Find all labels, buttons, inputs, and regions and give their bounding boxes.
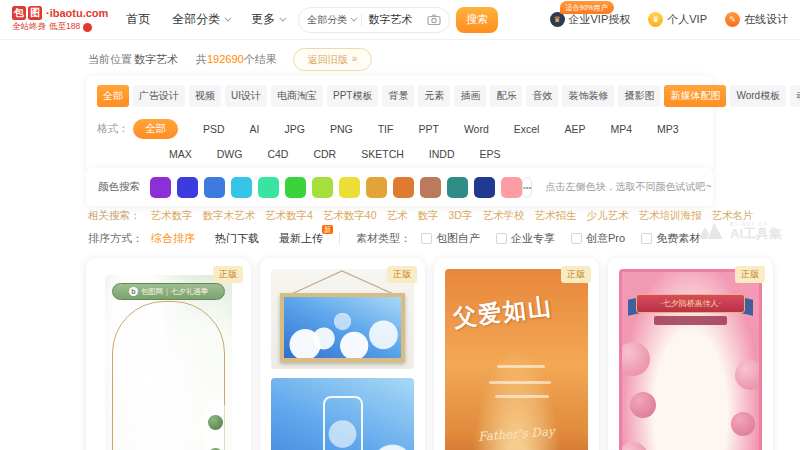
material-type-checkbox[interactable]: 创意Pro	[571, 231, 625, 246]
new-badge: 新	[322, 225, 333, 234]
format-option[interactable]: PNG	[330, 123, 353, 135]
related-search-term[interactable]: 艺术数字	[151, 209, 193, 223]
category-tab[interactable]: 动图GIF	[790, 85, 800, 107]
category-tab[interactable]: UI设计	[225, 85, 267, 107]
color-swatch[interactable]	[204, 177, 225, 198]
watermark-name: AI工具集	[730, 227, 782, 241]
divider	[361, 14, 362, 26]
format-option[interactable]: PSD	[203, 123, 225, 135]
category-tab[interactable]: 插画	[454, 85, 486, 107]
color-swatch[interactable]	[339, 177, 360, 198]
checkbox-icon[interactable]	[421, 233, 432, 244]
more-colors-button[interactable]: •••	[522, 177, 532, 198]
search-input[interactable]	[368, 14, 426, 26]
category-tab[interactable]: PPT模板	[327, 85, 378, 107]
related-search-term[interactable]: 艺术数字4	[265, 209, 313, 223]
format-option[interactable]: Excel	[514, 123, 540, 135]
color-swatch[interactable]	[447, 177, 468, 198]
personal-vip-link[interactable]: ♛ 个人VIP	[648, 12, 707, 27]
related-search-term[interactable]: 艺术数字40	[323, 209, 377, 223]
format-option[interactable]: TIF	[378, 123, 394, 135]
color-swatch[interactable]	[177, 177, 198, 198]
sort-option[interactable]: 综合排序	[151, 231, 195, 246]
color-swatch[interactable]	[393, 177, 414, 198]
checkbox-icon[interactable]	[641, 233, 652, 244]
nav-all-categories[interactable]: 全部分类	[172, 11, 229, 28]
color-swatch[interactable]	[501, 177, 522, 198]
logo-domain: ·ibaotu.com	[46, 7, 108, 19]
category-tab[interactable]: 全部	[97, 85, 129, 107]
related-search-term[interactable]: 艺术招生	[534, 209, 576, 223]
online-design-link[interactable]: ✎ 在线设计	[725, 12, 788, 27]
format-label: 格式：	[97, 122, 133, 136]
format-option[interactable]: DWG	[217, 148, 243, 160]
camera-icon[interactable]	[427, 14, 441, 25]
format-option[interactable]: MP4	[610, 123, 632, 135]
color-swatch[interactable]	[474, 177, 495, 198]
enterprise-vip-link[interactable]: 适合90%用户 ♛ 企业VIP授权	[550, 12, 631, 27]
related-search-term[interactable]: 少儿艺术	[586, 209, 628, 223]
color-swatch[interactable]	[420, 177, 441, 198]
poster-ribbon-title: ·七夕鹊桥惠佳人·	[636, 294, 745, 313]
color-swatch[interactable]	[231, 177, 252, 198]
category-tab[interactable]: 背景	[382, 85, 414, 107]
category-tab[interactable]: 元素	[418, 85, 450, 107]
category-tab[interactable]: 新媒体配图	[664, 85, 726, 107]
related-search-term[interactable]: 艺术	[387, 209, 408, 223]
category-tab[interactable]: 视频	[189, 85, 221, 107]
back-to-old-version-button[interactable]: 返回旧版»	[293, 48, 373, 71]
sort-option[interactable]: 热门下载	[215, 231, 259, 246]
blossom-decoration	[630, 392, 656, 418]
format-option[interactable]: AI	[250, 123, 260, 135]
material-type-checkbox[interactable]: 免费素材	[641, 231, 700, 246]
checkbox-icon[interactable]	[496, 233, 507, 244]
category-tab[interactable]: 音效	[526, 85, 558, 107]
color-swatch[interactable]	[285, 177, 306, 198]
online-design-icon: ✎	[725, 12, 740, 27]
color-swatch[interactable]	[366, 177, 387, 198]
format-option[interactable]: JPG	[285, 123, 305, 135]
format-option[interactable]: Word	[464, 123, 489, 135]
format-option[interactable]: 全部	[133, 119, 178, 139]
result-card[interactable]: 正版 b 包图网｜七夕礼遇季 50元	[86, 258, 251, 450]
category-tab[interactable]: 电商淘宝	[271, 85, 323, 107]
result-card[interactable]: 正版	[260, 258, 425, 450]
sort-option[interactable]: 最新上传新	[279, 231, 323, 246]
search-button[interactable]: 搜索	[456, 7, 498, 33]
related-search-term[interactable]: 数字	[418, 209, 439, 223]
format-option[interactable]: PPT	[418, 123, 438, 135]
result-card[interactable]: 正版 父爱如山 Father's Day	[434, 258, 599, 450]
format-option[interactable]: SKETCH	[361, 148, 404, 160]
nav-more[interactable]: 更多	[251, 11, 284, 28]
format-option[interactable]: INDD	[429, 148, 455, 160]
category-tab[interactable]: 装饰装修	[562, 85, 614, 107]
related-search-term[interactable]: 艺术学校	[482, 209, 524, 223]
format-option[interactable]: MP3	[657, 123, 679, 135]
format-option[interactable]: CDR	[313, 148, 336, 160]
search-category-select[interactable]: 全部分类	[307, 13, 355, 27]
material-type-checkbox[interactable]: 包图自产	[421, 231, 480, 246]
category-tab[interactable]: 摄影图	[618, 85, 660, 107]
color-swatch[interactable]	[150, 177, 171, 198]
category-tab[interactable]: 配乐	[490, 85, 522, 107]
color-swatch[interactable]	[258, 177, 279, 198]
format-option[interactable]: AEP	[564, 123, 585, 135]
format-option[interactable]: C4D	[267, 148, 288, 160]
related-search-term[interactable]: 艺术培训海报	[638, 209, 701, 223]
nav-home[interactable]: 首页	[126, 11, 150, 28]
poster-thumbnail: b 包图网｜七夕礼遇季 50元	[105, 275, 232, 450]
category-tab[interactable]: Word模板	[730, 85, 786, 107]
related-search-term[interactable]: 数字木艺术	[203, 209, 256, 223]
site-logo[interactable]: 包 图 ·ibaotu.com 全站终身 低至188	[12, 6, 108, 33]
color-swatch[interactable]	[312, 177, 333, 198]
format-option[interactable]: MAX	[169, 148, 192, 160]
format-option[interactable]: EPS	[479, 148, 500, 160]
result-count: 共192690个结果	[196, 52, 277, 67]
result-card[interactable]: 正版 ·七夕鹊桥惠佳人· 20	[608, 258, 773, 450]
search-bar: 全部分类 搜索	[298, 7, 498, 33]
related-search-term[interactable]: 3D字	[449, 209, 473, 223]
logo-promo: 全站终身 低至188	[12, 21, 108, 33]
checkbox-icon[interactable]	[571, 233, 582, 244]
category-tab[interactable]: 广告设计	[133, 85, 185, 107]
material-type-checkbox[interactable]: 企业专享	[496, 231, 555, 246]
